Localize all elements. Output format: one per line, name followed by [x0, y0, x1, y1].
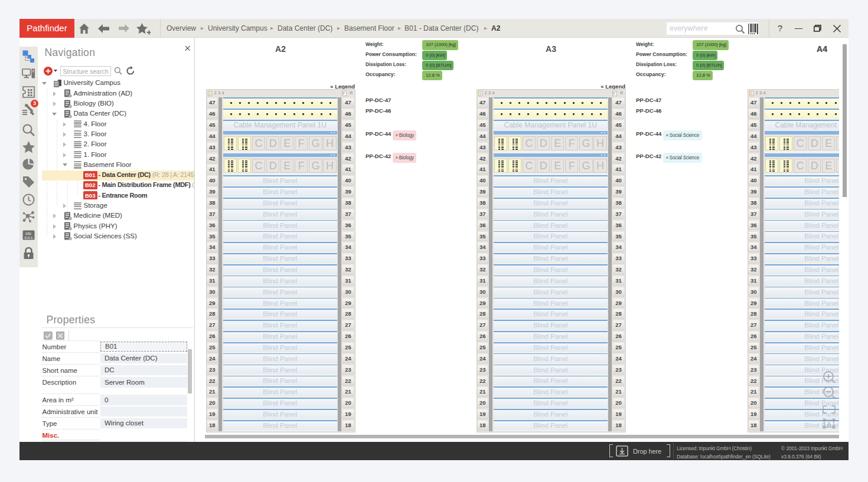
- svg-text:0.0.1: 0.0.1: [25, 235, 33, 240]
- svg-text:192.: 192.: [25, 231, 32, 235]
- svg-text:A: A: [827, 421, 831, 428]
